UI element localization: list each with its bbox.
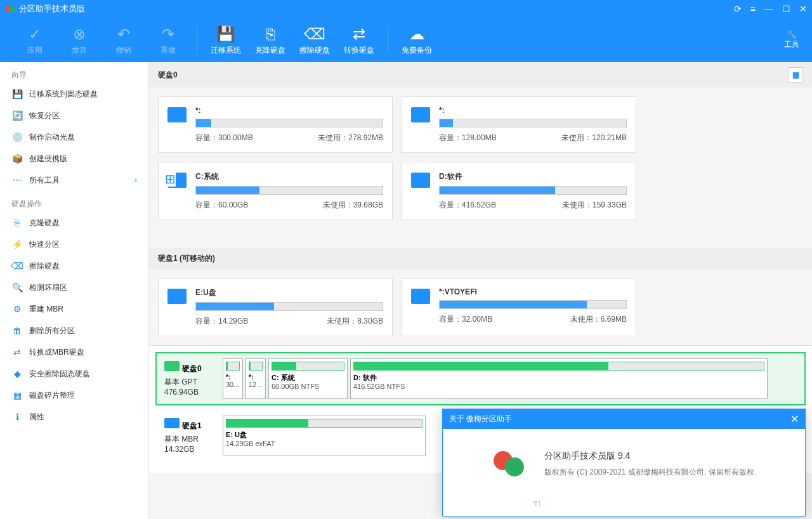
diskop-item[interactable]: ⚡快速分区 [0, 233, 148, 255]
window-controls: ⟳ ≡ — ☐ ✕ [734, 4, 807, 14]
usage-bar [439, 300, 627, 309]
backup-button[interactable]: ☁免费备份 [395, 25, 439, 56]
wizard-item[interactable]: 📦创建便携版 [0, 148, 148, 169]
wizard-icon: 💿 [11, 131, 23, 143]
migrate-icon: 💾 [216, 25, 235, 44]
view-toggle-icon[interactable]: ▦ [788, 67, 803, 82]
clone-button[interactable]: ⎘克隆硬盘 [248, 25, 292, 56]
minimize-icon[interactable]: — [764, 4, 773, 14]
partition-icon [411, 173, 430, 188]
about-dialog: 关于 傲梅分区助手 ✕ 分区助手技术员版 9.4 版权所有 (C) 2009-2… [442, 409, 806, 516]
capacity-label: 容量：14.29GB [195, 316, 248, 327]
about-product: 分区助手技术员版 9.4 [544, 450, 756, 462]
capacity-label: 容量：60.00GB [195, 200, 248, 211]
about-copyright: 版权所有 (C) 2009-2021 成都傲梅科技有限公司. 保留所有版权. [544, 467, 756, 478]
unused-label: 未使用：39.68GB [323, 200, 383, 211]
sidebar: 向导 💾迁移系统到固态硬盘🔄恢复分区💿制作启动光盘📦创建便携版⋯所有工具› 硬盘… [0, 62, 149, 519]
backup-icon: ☁ [409, 25, 424, 44]
partition-name: *: [195, 106, 383, 115]
about-close-icon[interactable]: ✕ [790, 413, 799, 425]
wizard-icon: 💾 [11, 88, 23, 100]
diskops-header: 硬盘操作 [0, 191, 148, 212]
unused-label: 未使用：278.92MB [318, 133, 383, 143]
diskop-item[interactable]: ▦磁盘碎片整理 [0, 384, 148, 406]
diskop-icon: ◆ [11, 368, 23, 379]
partition-block[interactable]: C: 系统60.00GB NTFS [268, 358, 348, 399]
diskop-item[interactable]: ⌫擦除硬盘 [0, 255, 148, 277]
diskop-icon: 🗑 [11, 325, 23, 336]
titlebar: 分区助手技术员版 ⟳ ≡ — ☐ ✕ [0, 0, 812, 18]
convert-button[interactable]: ⇄转换硬盘 [337, 25, 381, 56]
diskop-item[interactable]: ⇄转换成MBR硬盘 [0, 341, 148, 363]
partition-block[interactable]: *:12... [246, 358, 266, 399]
wrench-icon: 🔧 [787, 30, 797, 39]
wizard-item[interactable]: 💾迁移系统到固态硬盘 [0, 83, 148, 105]
unused-label: 未使用：8.30GB [327, 316, 383, 327]
refresh-icon[interactable]: ⟳ [734, 4, 742, 14]
diskop-item[interactable]: 🗑删除所有分区 [0, 320, 148, 341]
chevron-right-icon: › [134, 176, 137, 185]
capacity-label: 容量：416.52GB [439, 200, 496, 211]
diskop-item[interactable]: 🔍检测坏扇区 [0, 277, 148, 298]
wizard-icon: 🔄 [11, 110, 23, 121]
disk1-header: 硬盘1 (可移动的) [149, 248, 812, 269]
tools-button[interactable]: 🔧工具 [784, 30, 799, 50]
diskop-item[interactable]: ⚙重建 MBR [0, 298, 148, 320]
disk-icon [164, 418, 180, 428]
partition-card[interactable]: *:容量：300.00MB未使用：278.92MB [158, 96, 393, 153]
partition-block[interactable]: *:30... [223, 358, 243, 399]
wipe-button[interactable]: ⌫擦除硬盘 [292, 25, 337, 56]
disk0-info: 硬盘0 基本 GPT 476.94GB [162, 358, 219, 399]
partition-card[interactable]: E:U盘容量：14.29GB未使用：8.30GB [158, 278, 393, 336]
partition-name: E:U盘 [195, 287, 383, 298]
partition-name: C:系统 [195, 171, 383, 182]
partition-name: *: [439, 106, 627, 115]
wizard-item[interactable]: 🔄恢复分区 [0, 105, 148, 126]
disk-icon [164, 361, 180, 371]
diskop-icon: ⇄ [11, 346, 23, 358]
redo-icon: ↷ [162, 25, 174, 44]
cancel-icon: ⊗ [73, 25, 86, 44]
diskop-item[interactable]: ℹ属性 [0, 406, 148, 428]
unused-label: 未使用：6.69MB [570, 314, 627, 325]
disk0-row[interactable]: 硬盘0 基本 GPT 476.94GB *:30...*:12...C: 系统6… [155, 352, 806, 405]
partition-icon [167, 289, 187, 304]
about-titlebar: 关于 傲梅分区助手 ✕ [443, 409, 805, 429]
wizard-item[interactable]: 💿制作启动光盘 [0, 126, 148, 148]
undo-icon: ↶ [117, 25, 130, 44]
check-icon: ✓ [29, 25, 41, 44]
toolbar: ✓应用 ⊗放弃 ↶撤销 ↷重做 💾迁移系统 ⎘克隆硬盘 ⌫擦除硬盘 ⇄转换硬盘 … [0, 18, 812, 62]
partition-icon [411, 289, 430, 304]
capacity-label: 容量：300.00MB [195, 133, 253, 143]
diskop-icon: ⚙ [11, 303, 23, 315]
wizard-item[interactable]: ⋯所有工具› [0, 169, 148, 191]
diskop-item[interactable]: ◆安全擦除固态硬盘 [0, 363, 148, 384]
diskop-icon: ⚡ [11, 239, 23, 250]
redo-button[interactable]: ↷重做 [146, 25, 190, 56]
undo-button[interactable]: ↶撤销 [102, 25, 146, 56]
diskop-icon: ⌫ [11, 260, 23, 272]
usage-bar [195, 186, 383, 195]
disk1-info: 硬盘1 基本 MBR 14.32GB [162, 416, 219, 456]
discard-button[interactable]: ⊗放弃 [57, 25, 102, 56]
diskop-item[interactable]: ⎘克隆硬盘 [0, 212, 148, 233]
partition-card[interactable]: *:VTOYEFI容量：32.00MB未使用：6.69MB [402, 278, 636, 336]
app-logo-icon [5, 4, 15, 14]
diskop-icon: ℹ [11, 411, 23, 423]
partition-card[interactable]: D:软件容量：416.52GB未使用：159.33GB [402, 162, 636, 220]
partition-block[interactable]: E: U盘14.29GB exFAT [223, 416, 426, 456]
maximize-icon[interactable]: ☐ [782, 4, 790, 14]
menu-icon[interactable]: ≡ [750, 4, 756, 14]
partition-card[interactable]: C:系统容量：60.00GB未使用：39.68GB [158, 162, 393, 220]
wipe-icon: ⌫ [304, 25, 325, 44]
partition-card[interactable]: *:容量：128.00MB未使用：120.21MB [402, 96, 636, 153]
usage-bar [195, 119, 383, 128]
wizard-icon: 📦 [11, 153, 23, 164]
migrate-button[interactable]: 💾迁移系统 [204, 25, 248, 56]
unused-label: 未使用：120.21MB [561, 133, 627, 143]
diskop-icon: ⎘ [11, 217, 23, 228]
close-icon[interactable]: ✕ [799, 4, 807, 14]
usage-bar [439, 186, 627, 195]
partition-block[interactable]: D: 软件416.52GB NTFS [350, 358, 768, 399]
apply-button[interactable]: ✓应用 [13, 25, 57, 56]
